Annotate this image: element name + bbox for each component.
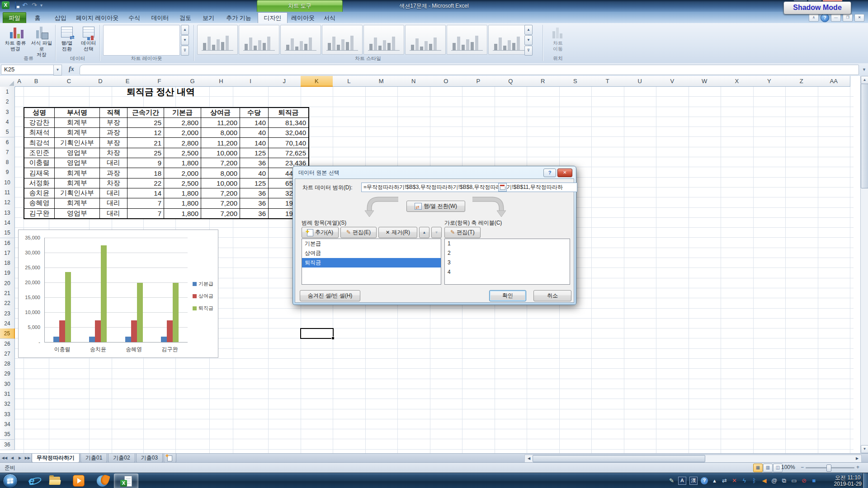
select-all-corner[interactable] xyxy=(0,76,15,87)
table-cell[interactable]: 1,800 xyxy=(164,188,201,198)
table-cell[interactable]: 125 xyxy=(240,178,269,188)
series-item-퇴직금[interactable]: 퇴직금 xyxy=(302,258,441,267)
tab-file[interactable]: 파일 xyxy=(3,12,26,23)
taskbar-explorer-icon[interactable] xyxy=(43,474,67,488)
table-cell[interactable]: 7 xyxy=(127,198,164,208)
table-cell[interactable]: 강감찬 xyxy=(24,117,55,127)
collapse-ribbon-icon[interactable]: ∧ xyxy=(809,14,819,22)
table-cell[interactable]: 1,800 xyxy=(164,158,201,168)
table-cell[interactable]: 2,000 xyxy=(164,128,201,138)
column-header-D[interactable]: D xyxy=(89,76,112,87)
table-cell[interactable]: 9 xyxy=(127,158,164,168)
row-header-5[interactable]: 5 xyxy=(0,127,15,137)
column-header-T[interactable]: T xyxy=(591,76,624,87)
table-cell[interactable]: 25 xyxy=(127,117,164,127)
row-header-24[interactable]: 24 xyxy=(0,319,15,329)
row-header-29[interactable]: 29 xyxy=(0,369,15,379)
shadow-mode-button[interactable]: Shadow Mode xyxy=(783,1,851,14)
move-series-down-button[interactable]: ▼ xyxy=(431,227,442,238)
column-header-G[interactable]: G xyxy=(175,76,210,87)
row-header-8[interactable]: 8 xyxy=(0,157,15,168)
table-cell[interactable]: 회계부 xyxy=(55,178,100,188)
axis-item-4[interactable]: 4 xyxy=(445,267,570,277)
cancel-button[interactable]: 취소 xyxy=(533,290,571,301)
table-cell[interactable]: 40 xyxy=(240,168,269,178)
zoom-out-icon[interactable]: − xyxy=(799,465,805,471)
change-chart-type-button[interactable]: 차트 종류변경 xyxy=(3,24,28,55)
expand-formula-bar-icon[interactable]: ▼ xyxy=(861,66,867,74)
row-header-14[interactable]: 14 xyxy=(0,218,15,228)
switch-row-column-button[interactable]: ⇄ 행/열전환 xyxy=(56,24,78,55)
ime-help-icon[interactable]: ? xyxy=(701,477,708,484)
column-header-U[interactable]: U xyxy=(624,76,657,87)
chart-style-thumbnail[interactable] xyxy=(197,25,238,55)
horizontal-scrollbar[interactable]: ◀ ▶ xyxy=(524,455,862,463)
table-cell[interactable]: 부장 xyxy=(100,138,127,148)
table-cell[interactable]: 2,800 xyxy=(164,138,201,148)
row-header-18[interactable]: 18 xyxy=(0,258,15,268)
scroll-right-icon[interactable]: ▶ xyxy=(854,455,861,462)
column-header-C[interactable]: C xyxy=(49,76,90,87)
tab-layout[interactable]: 레이아웃 xyxy=(288,13,318,23)
name-box-dropdown-icon[interactable]: ▼ xyxy=(53,65,62,75)
tab-addins[interactable]: 추가 기능 xyxy=(220,13,258,23)
table-cell[interactable]: 7,200 xyxy=(201,208,240,219)
table-cell[interactable]: 11,200 xyxy=(201,117,240,127)
volume-icon[interactable]: ◀ xyxy=(761,477,768,484)
lightning-app-icon[interactable]: ϟ xyxy=(741,477,748,484)
column-header-J[interactable]: J xyxy=(268,76,301,87)
dialog-close-icon[interactable]: ✕ xyxy=(557,169,572,177)
vertical-scroll-thumb[interactable] xyxy=(861,84,868,188)
row-header-7[interactable]: 7 xyxy=(0,147,15,158)
mail-icon[interactable]: @ xyxy=(771,477,778,484)
row-header-17[interactable]: 17 xyxy=(0,248,15,258)
column-header-V[interactable]: V xyxy=(656,76,689,87)
row-header-26[interactable]: 26 xyxy=(0,339,15,349)
column-header-E[interactable]: E xyxy=(112,76,144,87)
table-cell[interactable]: 김구완 xyxy=(24,208,55,219)
offline-files-icon[interactable]: ✕ xyxy=(731,477,738,484)
chart-bar-퇴직금[interactable] xyxy=(65,272,71,342)
sheet-tab-무작정따라하기[interactable]: 무작정따라하기 xyxy=(32,454,80,463)
chart-bar-상여금[interactable] xyxy=(95,320,101,342)
help-icon[interactable]: ? xyxy=(821,14,829,22)
table-cell[interactable]: 기획인사부 xyxy=(55,138,100,148)
row-header-20[interactable]: 20 xyxy=(0,278,15,289)
chart-bar-기본급[interactable] xyxy=(125,337,131,342)
row-header-9[interactable]: 9 xyxy=(0,167,15,178)
table-cell[interactable]: 7,200 xyxy=(201,188,240,198)
row-header-32[interactable]: 32 xyxy=(0,399,15,409)
table-cell[interactable]: 대리 xyxy=(100,198,127,208)
table-cell[interactable]: 36 xyxy=(240,208,269,219)
row-header-15[interactable]: 15 xyxy=(0,228,15,238)
chart-style-thumbnail[interactable] xyxy=(447,25,487,55)
column-header-K[interactable]: K xyxy=(301,76,334,87)
table-cell[interactable]: 14 xyxy=(127,188,164,198)
ime-korean-a-icon[interactable]: A xyxy=(678,477,686,485)
chart-style-thumbnail[interactable] xyxy=(239,25,279,55)
row-header-6[interactable]: 6 xyxy=(0,137,15,148)
column-header-Z[interactable]: Z xyxy=(785,76,818,87)
table-cell[interactable]: 회계부 xyxy=(55,128,100,138)
table-cell[interactable]: 조민준 xyxy=(24,148,55,158)
table-cell[interactable]: 125 xyxy=(240,148,269,158)
chart-bar-기본급[interactable] xyxy=(161,337,167,342)
column-header-N[interactable]: N xyxy=(397,76,430,87)
chart-range-input[interactable]: =무작정따라하기!$B$3,무작정따라하기!$B$8,무작정따라하기!$B$11… xyxy=(361,183,577,192)
chart-bar-퇴직금[interactable] xyxy=(137,283,143,342)
table-cell[interactable]: 140 xyxy=(240,138,269,148)
series-item-기본급[interactable]: 기본급 xyxy=(302,239,441,249)
table-cell[interactable]: 대리 xyxy=(100,208,127,219)
table-cell[interactable]: 2,000 xyxy=(164,168,201,178)
table-cell[interactable]: 최강석 xyxy=(24,138,55,148)
tab-home[interactable]: 홈 xyxy=(26,13,49,23)
row-header-25[interactable]: 25 xyxy=(0,328,15,339)
row-header-36[interactable]: 36 xyxy=(0,440,15,450)
axis-item-2[interactable]: 2 xyxy=(445,249,570,258)
chart-bar-상여금[interactable] xyxy=(59,320,65,342)
table-cell[interactable]: 22 xyxy=(127,178,164,188)
save-as-template-button[interactable]: 서식 파일로저장 xyxy=(29,24,54,55)
table-cell[interactable]: 140 xyxy=(240,117,269,127)
table-cell[interactable]: 40 xyxy=(240,128,269,138)
insert-function-icon[interactable]: fx xyxy=(69,66,74,73)
